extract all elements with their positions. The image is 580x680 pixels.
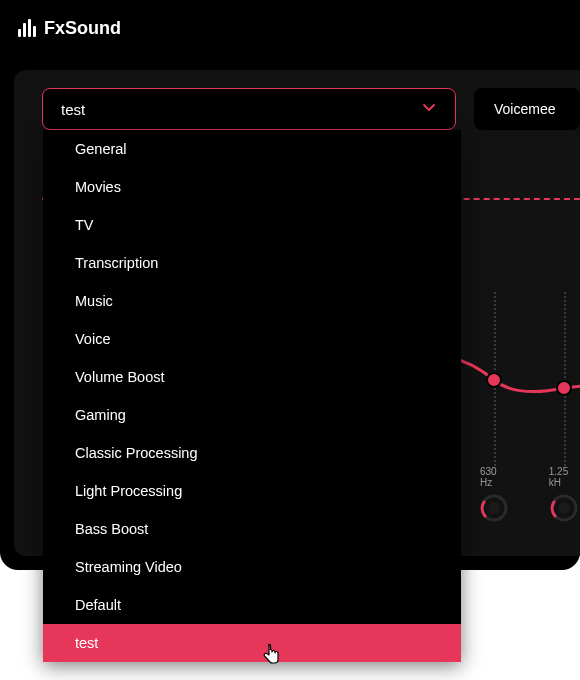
preset-option[interactable]: Bass Boost	[43, 510, 461, 548]
preset-option[interactable]: Voice	[43, 320, 461, 358]
eq-band-630hz: 630 Hz	[480, 466, 509, 522]
output-selected-label: Voicemee	[494, 101, 555, 117]
preset-option[interactable]: test	[43, 624, 461, 662]
logo-icon	[18, 19, 36, 37]
preset-option[interactable]: Classic Processing	[43, 434, 461, 472]
knob-icon[interactable]	[480, 494, 508, 522]
app-name: FxSound	[44, 18, 121, 39]
preset-option[interactable]: Volume Boost	[43, 358, 461, 396]
preset-dropdown-trigger[interactable]: test	[42, 88, 456, 130]
svg-point-5	[558, 502, 570, 514]
preset-option[interactable]: Streaming Video	[43, 548, 461, 586]
knob-icon[interactable]	[550, 494, 578, 522]
output-dropdown-trigger[interactable]: Voicemee	[474, 88, 580, 130]
preset-selected-label: test	[61, 101, 85, 118]
preset-option[interactable]: Transcription	[43, 244, 461, 282]
preset-option[interactable]: TV	[43, 206, 461, 244]
svg-point-1	[557, 381, 571, 395]
app-logo: FxSound	[18, 18, 121, 39]
preset-option[interactable]: Movies	[43, 168, 461, 206]
preset-option[interactable]: General	[43, 130, 461, 168]
eq-band-1.25khz: 1.25 kH	[549, 466, 580, 522]
band-label: 630 Hz	[480, 466, 509, 488]
preset-dropdown-menu: GeneralMoviesTVTranscriptionMusicVoiceVo…	[43, 130, 461, 662]
svg-point-0	[487, 373, 501, 387]
title-bar: FxSound	[0, 0, 580, 56]
preset-option[interactable]: Default	[43, 586, 461, 624]
svg-point-3	[488, 502, 500, 514]
top-controls: test Voicemee	[14, 70, 580, 130]
preset-option[interactable]: Gaming	[43, 396, 461, 434]
preset-option[interactable]: Light Processing	[43, 472, 461, 510]
chevron-down-icon	[421, 99, 437, 119]
band-label: 1.25 kH	[549, 466, 580, 488]
preset-option[interactable]: Music	[43, 282, 461, 320]
